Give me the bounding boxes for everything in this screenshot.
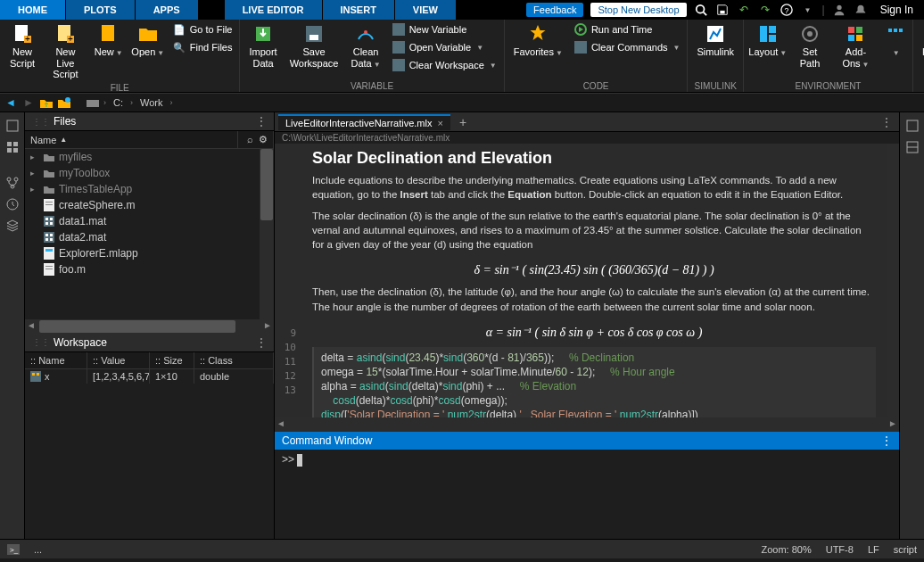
up-folder-icon[interactable]	[39, 95, 54, 110]
equation[interactable]: δ = sin⁻¹ ( sin(23.45) sin ( (360/365)(d…	[312, 259, 876, 285]
set-path-button[interactable]: Set Path	[790, 21, 830, 70]
new-button[interactable]: New▼	[90, 21, 128, 60]
tab-live-editor[interactable]: LIVE EDITOR	[225, 0, 322, 20]
help-icon[interactable]: ?	[780, 3, 794, 17]
ws-col-name[interactable]: :: Name	[25, 352, 87, 368]
user-icon[interactable]	[832, 3, 846, 17]
ws-col-size[interactable]: :: Size	[150, 352, 194, 368]
file-row[interactable]: createSphere.m	[25, 197, 274, 213]
code-block[interactable]: delta = asind(sind(23.45)*sind(360*(d - …	[312, 347, 876, 417]
simulink-button[interactable]: Simulink	[691, 21, 739, 60]
help-button[interactable]: ?Help▼	[917, 21, 924, 60]
clean-data-button[interactable]: Clean Data▼	[345, 21, 385, 70]
ws-col-value[interactable]: :: Value	[87, 352, 150, 368]
search-icon[interactable]	[694, 3, 708, 17]
help-dropdown-icon[interactable]: ▼	[801, 3, 815, 17]
status-zoom[interactable]: Zoom: 80%	[761, 544, 811, 555]
equation[interactable]: α = sin⁻¹ ( sin δ sin φ + cos δ cos φ co…	[312, 321, 876, 347]
save-icon[interactable]	[715, 3, 730, 17]
code-line[interactable]: delta = asind(sind(23.45)*sind(360*(d - …	[321, 351, 869, 365]
code-line[interactable]: alpha = asind(sind(delta)*sind(phi) + ..…	[321, 379, 869, 393]
panel-menu-icon[interactable]: ⋮	[256, 336, 267, 349]
feedback-button[interactable]: Feedback	[526, 3, 583, 17]
file-row[interactable]: ▸myToolbox	[25, 165, 274, 181]
settings-gear-icon[interactable]: ⚙	[259, 134, 268, 145]
command-window[interactable]: >>	[275, 450, 899, 539]
file-row[interactable]: ▸myfiles	[25, 149, 274, 165]
code-line[interactable]: disp(['Solar Declination = ' num2str(del…	[321, 408, 869, 417]
editor-scrollbar-v[interactable]	[887, 144, 899, 417]
filter-icon[interactable]: ⌕	[247, 134, 253, 145]
open-button[interactable]: Open▼	[129, 21, 167, 60]
status-type[interactable]: script	[894, 544, 917, 555]
path-drive[interactable]: C:	[110, 97, 127, 108]
run-and-time-button[interactable]: Run and Time	[570, 21, 684, 37]
find-files-button[interactable]: 🔍Find Files	[169, 39, 236, 55]
expand-icon[interactable]: ▸	[30, 169, 39, 178]
editor-tab[interactable]: LiveEditorInteractiveNarrative.mlx ×	[278, 114, 450, 130]
tab-plots[interactable]: PLOTS	[66, 0, 135, 20]
sign-in-link[interactable]: Sign In	[875, 4, 919, 16]
drag-handle-icon[interactable]: ⋮⋮	[32, 117, 50, 127]
editor-tab-title: LiveEditorInteractiveNarrative.mlx	[285, 118, 432, 128]
goto-file-button[interactable]: 📄Go to File	[169, 21, 236, 37]
history-panel-icon[interactable]	[4, 196, 21, 212]
file-row[interactable]: ExplorerE.mlapp	[25, 245, 274, 261]
expand-icon[interactable]: ▸	[30, 185, 39, 194]
save-workspace-button[interactable]: Save Workspace	[285, 21, 344, 70]
file-row[interactable]: ▸TimesTableApp	[25, 181, 274, 197]
redo-icon[interactable]: ↷	[758, 3, 772, 17]
panel-menu-icon[interactable]: ⋮	[878, 116, 895, 128]
code-line[interactable]: cosd(delta)*cosd(phi)*cosd(omega));	[321, 393, 869, 408]
new-variable-button[interactable]: New Variable	[388, 21, 500, 37]
workspace-row[interactable]: x[1,2,3,4,5,6,7...1×10double	[25, 369, 274, 384]
file-row[interactable]: foo.m	[25, 261, 274, 277]
panel-menu-icon[interactable]: ⋮	[256, 115, 267, 128]
folder-marked-icon[interactable]	[57, 95, 71, 110]
layout-button[interactable]: Layout▼	[747, 21, 788, 60]
editor-scrollbar-h[interactable]: ◄►	[275, 417, 899, 432]
clear-commands-button[interactable]: Clear Commands▼	[570, 39, 684, 55]
grid-panel-icon[interactable]	[4, 139, 21, 155]
code-line[interactable]: omega = 15*(solarTime.Hour + solarTime.M…	[321, 365, 869, 379]
files-scrollbar[interactable]	[260, 149, 274, 319]
tab-home[interactable]: HOME	[0, 0, 65, 20]
clear-workspace-button[interactable]: Clear Workspace▼	[388, 57, 500, 73]
favorites-button[interactable]: Favorites▼	[508, 21, 568, 60]
tab-insert[interactable]: INSERT	[323, 0, 394, 20]
open-variable-button[interactable]: Open Variable▼	[388, 39, 500, 55]
tab-view[interactable]: VIEW	[395, 0, 456, 20]
addons-button[interactable]: Add-Ons▼	[832, 21, 880, 70]
expand-icon[interactable]: ▸	[30, 153, 39, 161]
new-live-script-button[interactable]: +New Live Script	[43, 21, 88, 82]
env-more-button[interactable]: ▼	[881, 21, 909, 60]
stop-new-desktop-button[interactable]: Stop New Desktop	[590, 3, 686, 17]
import-data-button[interactable]: Import Data	[243, 21, 282, 70]
status-encoding[interactable]: UTF-8	[826, 544, 854, 555]
drive-icon[interactable]	[86, 95, 100, 110]
file-row[interactable]: data1.mat	[25, 213, 274, 229]
ws-col-class[interactable]: :: Class	[194, 352, 274, 368]
forward-icon[interactable]: ►	[21, 95, 36, 110]
drag-handle-icon[interactable]: ⋮⋮	[32, 337, 50, 347]
editor-content[interactable]: Solar Declination and Elevation Include …	[301, 144, 887, 417]
files-panel-icon[interactable]	[4, 118, 21, 134]
back-icon[interactable]: ◄	[4, 95, 18, 110]
panel-menu-icon[interactable]: ⋮	[881, 434, 892, 447]
files-scrollbar-h[interactable]: ◄►	[25, 319, 274, 334]
terminal-icon[interactable]: >_	[7, 544, 20, 555]
status-eol[interactable]: LF	[868, 544, 879, 555]
close-icon[interactable]: ×	[437, 118, 442, 128]
files-col-name[interactable]: Name ▲	[25, 131, 238, 148]
stack-panel-icon[interactable]	[4, 218, 21, 234]
property-panel-icon[interactable]	[904, 139, 920, 155]
undo-icon[interactable]: ↶	[737, 3, 751, 17]
tab-apps[interactable]: APPS	[136, 0, 198, 20]
file-row[interactable]: data2.mat	[25, 229, 274, 245]
notification-bell-icon[interactable]	[854, 3, 868, 17]
new-script-button[interactable]: +New Script	[4, 21, 41, 70]
add-tab-button[interactable]: +	[454, 115, 472, 129]
branch-panel-icon[interactable]	[4, 175, 21, 191]
path-folder[interactable]: Work	[136, 97, 166, 108]
figure-panel-icon[interactable]	[904, 118, 920, 134]
